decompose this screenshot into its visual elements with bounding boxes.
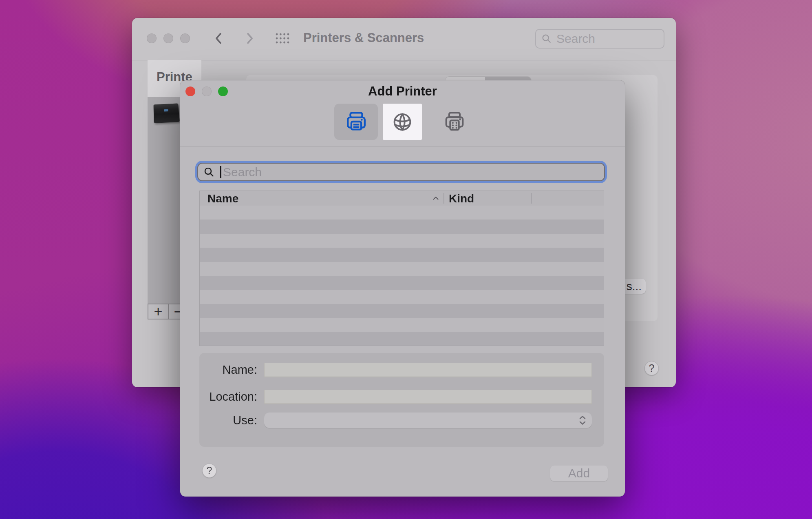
text-cursor <box>220 166 221 178</box>
toolbar-windows-printer-tab[interactable] <box>435 104 474 140</box>
printer-details-form: Name: Location: Use: <box>199 353 604 447</box>
dialog-title: Add Printer <box>180 84 625 99</box>
use-label: Use: <box>199 414 257 427</box>
zoom-button[interactable] <box>180 33 190 43</box>
ip-globe-icon <box>391 111 414 133</box>
dialog-titlebar[interactable]: Add Printer <box>180 80 625 146</box>
forward-button[interactable] <box>242 31 257 46</box>
name-field[interactable] <box>264 363 592 377</box>
titlebar[interactable]: Printers & Scanners Search <box>132 18 676 60</box>
chevron-left-icon <box>212 31 226 46</box>
search-placeholder: Search <box>556 32 595 46</box>
location-field[interactable] <box>264 390 592 404</box>
help-button[interactable]: ? <box>202 464 216 478</box>
minimize-button[interactable] <box>163 33 173 43</box>
search-icon <box>541 33 552 44</box>
add-button[interactable]: Add <box>550 466 608 481</box>
printer-search-field[interactable]: Search <box>197 163 605 181</box>
search-placeholder: Search <box>223 165 262 179</box>
add-printer-button[interactable]: + <box>148 304 168 319</box>
column-divider[interactable] <box>444 193 444 204</box>
window-title: Printers & Scanners <box>303 31 424 45</box>
grid-icon <box>275 31 290 45</box>
printer-list-empty-rows[interactable] <box>200 206 604 346</box>
use-popup-button[interactable] <box>264 413 592 428</box>
printer-results-table: Name Kind <box>199 191 604 346</box>
sort-ascending-icon <box>432 195 439 202</box>
chevron-right-icon <box>242 31 257 46</box>
printer-thumbnail[interactable] <box>154 103 180 123</box>
help-button[interactable]: ? <box>644 361 659 375</box>
popup-chevrons-icon <box>577 415 588 426</box>
location-label: Location: <box>199 390 257 404</box>
search-icon <box>203 166 215 178</box>
name-label: Name: <box>199 363 257 377</box>
close-button[interactable] <box>147 33 157 43</box>
toolbar-default-printer-tab[interactable] <box>334 104 378 140</box>
column-header-kind[interactable]: Kind <box>449 192 474 205</box>
column-header-name[interactable]: Name <box>207 192 238 205</box>
default-printer-icon <box>344 110 368 134</box>
add-printer-dialog: Add Printer <box>180 80 625 497</box>
column-divider[interactable] <box>531 193 532 204</box>
dialog-help-container: ? <box>202 464 216 478</box>
preferences-search-field[interactable]: Search <box>535 29 664 49</box>
toolbar-ip-printer-tab[interactable] <box>383 104 422 140</box>
table-header: Name Kind <box>200 191 604 206</box>
back-button[interactable] <box>212 31 226 46</box>
windows-printer-icon <box>443 110 466 134</box>
show-all-grid-button[interactable] <box>275 31 290 45</box>
